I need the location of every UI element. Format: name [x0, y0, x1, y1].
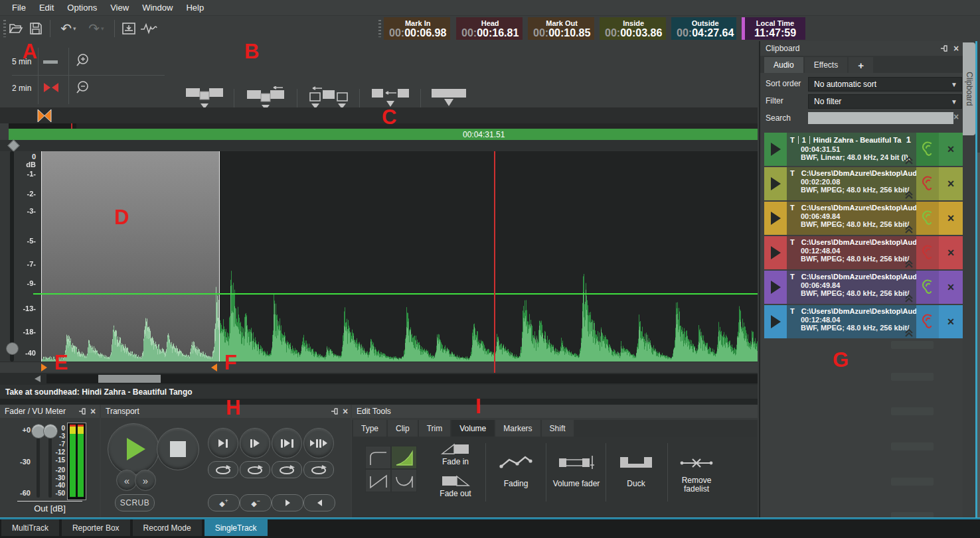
zoom-in-button[interactable] — [74, 53, 90, 69]
chevron-double-up-icon[interactable] — [904, 295, 914, 303]
fade-curve-scurve-button[interactable] — [391, 469, 417, 492]
remove-fadelist-button[interactable]: Remove fadelist — [669, 456, 724, 494]
remove-clip-button[interactable]: × — [939, 133, 963, 166]
tab-shift[interactable]: Shift — [542, 420, 574, 437]
edit-marker-lane[interactable] — [0, 362, 758, 373]
chevron-double-up-icon[interactable] — [904, 157, 914, 165]
undo-button[interactable]: ↶ ▾ — [54, 19, 82, 38]
loop-1-button[interactable] — [208, 461, 238, 478]
fading-button[interactable]: Fading — [489, 454, 543, 488]
clip-info[interactable]: TC:\Users\DbmAzure\Desktop\Aud 00:12:48.… — [787, 305, 916, 338]
listen-button[interactable] — [916, 202, 939, 235]
fader-track-left[interactable] — [37, 431, 40, 498]
tab-effects[interactable]: Effects — [805, 57, 847, 73]
bowtie-marker-icon[interactable] — [37, 109, 52, 122]
clipboard-item-4[interactable]: TC:\Users\DbmAzure\Desktop\Aud 00:12:48.… — [764, 236, 963, 269]
play-between-marks-button[interactable] — [272, 428, 302, 458]
tab-reporter-box[interactable]: Reporter Box — [62, 519, 130, 536]
chevron-double-up-icon[interactable] — [904, 191, 914, 199]
play-to-mark-button[interactable] — [208, 428, 238, 458]
save-button[interactable] — [26, 19, 46, 38]
loop-4-button[interactable] — [303, 461, 334, 478]
pin-icon[interactable] — [939, 43, 949, 54]
fade-curve-log-button[interactable] — [365, 446, 391, 469]
tab-volume[interactable]: Volume — [451, 420, 494, 437]
loop-2-button[interactable] — [240, 461, 270, 478]
remove-marker-button[interactable]: ◆− — [240, 494, 272, 511]
clip-info[interactable]: TC:\Users\DbmAzure\Desktop\Aud 00:12:48.… — [787, 236, 916, 269]
open-file-button[interactable] — [6, 19, 26, 38]
clipboard-titlebar[interactable]: Clipboard × — [760, 41, 963, 56]
scrollbar-thumb[interactable] — [98, 375, 161, 383]
stop-button[interactable] — [157, 428, 199, 470]
skip-forward-button[interactable]: » — [135, 470, 156, 491]
import-button[interactable] — [119, 19, 139, 38]
play-button[interactable] — [764, 133, 787, 166]
listen-button[interactable] — [916, 305, 939, 338]
play-button[interactable] — [764, 271, 787, 304]
edit-tools-titlebar[interactable]: Edit Tools — [352, 405, 758, 418]
remove-clip-button[interactable]: × — [939, 202, 963, 235]
marker-lane[interactable] — [0, 140, 758, 151]
tab-singletrack[interactable]: SingleTrack — [204, 519, 268, 536]
prev-marker-button[interactable] — [303, 494, 335, 511]
filter-dropdown[interactable]: No filter ▼ — [808, 94, 962, 109]
sort-order-dropdown[interactable]: No automatic sort ▼ — [808, 77, 962, 92]
menu-edit[interactable]: Edit — [33, 1, 60, 15]
menu-view[interactable]: View — [104, 1, 135, 15]
fade-curve-linear-button[interactable] — [365, 469, 391, 492]
redo-button[interactable]: ↷ ▾ — [82, 19, 110, 38]
fade-out-button[interactable]: Fade out — [426, 474, 485, 503]
clip-info[interactable]: TC:\Users\DbmAzure\Desktop\Aud 00:06:49.… — [787, 202, 916, 235]
close-icon[interactable]: × — [951, 43, 961, 54]
play-button[interactable] — [764, 167, 787, 200]
diamond-marker-icon[interactable] — [7, 139, 19, 151]
clipboard-item-3[interactable]: TC:\Users\DbmAzure\Desktop\Aud 00:06:49.… — [764, 202, 963, 235]
tab-multitrack[interactable]: MultiTrack — [1, 519, 59, 536]
zoom-2min-label[interactable]: 2 min — [12, 84, 31, 93]
tab-add[interactable]: + — [849, 57, 873, 73]
clipboard-item-5[interactable]: TC:\Users\DbmAzure\Desktop\Aud 00:06:49.… — [764, 271, 963, 304]
clipboard-item-2[interactable]: TC:\Users\DbmAzure\Desktop\Aud 00:02:20.… — [764, 167, 963, 200]
scroll-left-arrow[interactable] — [35, 375, 41, 382]
play-from-mark-button[interactable] — [240, 428, 270, 458]
remove-clip-button[interactable]: × — [939, 236, 963, 269]
menu-file[interactable]: File — [5, 1, 33, 15]
pin-icon[interactable] — [329, 406, 340, 417]
remove-clip-button[interactable]: × — [939, 271, 963, 304]
menu-help[interactable]: Help — [179, 1, 210, 15]
listen-button[interactable] — [916, 271, 939, 304]
listen-button[interactable] — [916, 133, 939, 166]
loop-3-button[interactable] — [272, 461, 302, 478]
close-icon[interactable]: × — [340, 406, 351, 417]
timecode-grip[interactable] — [378, 20, 381, 37]
play-button[interactable] — [764, 305, 787, 338]
play-button[interactable] — [764, 202, 787, 235]
menu-window[interactable]: Window — [135, 1, 179, 15]
clipboard-item-1[interactable]: T1Hindi Zahra - Beautiful Ta1 00:04:31.5… — [764, 133, 963, 166]
listen-button[interactable] — [916, 236, 939, 269]
volume-fader-button[interactable]: Volume fader — [547, 454, 606, 488]
mark-in-triangle-icon[interactable] — [41, 364, 47, 371]
close-icon[interactable]: × — [88, 406, 98, 417]
tab-markers[interactable]: Markers — [495, 420, 540, 437]
remove-clip-button[interactable]: × — [939, 305, 963, 338]
tab-record-mode[interactable]: Record Mode — [133, 519, 202, 536]
play-button[interactable] — [764, 236, 787, 269]
tab-type[interactable]: Type — [353, 420, 386, 437]
tab-clip[interactable]: Clip — [388, 420, 418, 437]
duck-button[interactable]: Duck — [608, 454, 664, 488]
cl ip-info[interactable]: TC:\Users\DbmAzure\Desktop\Aud 00:06:49.… — [787, 271, 916, 304]
add-marker-button[interactable]: ◆+ — [208, 494, 240, 511]
fader-panel-titlebar[interactable]: Fader / VU Meter × — [0, 405, 100, 418]
mark-out-triangle-icon[interactable] — [211, 364, 217, 371]
chevron-double-up-icon[interactable] — [904, 226, 914, 234]
scrub-button[interactable]: SCRUB — [115, 494, 155, 511]
menu-options[interactable]: Options — [60, 1, 104, 15]
clip-info[interactable]: T1Hindi Zahra - Beautiful Ta1 00:04:31.5… — [787, 133, 916, 166]
fade-curve-exp-button[interactable] — [391, 446, 417, 469]
pin-icon[interactable] — [77, 406, 88, 417]
clear-search-icon[interactable]: × — [953, 111, 959, 122]
play-around-button[interactable] — [303, 428, 334, 458]
right-scroll-strip[interactable] — [977, 153, 980, 517]
